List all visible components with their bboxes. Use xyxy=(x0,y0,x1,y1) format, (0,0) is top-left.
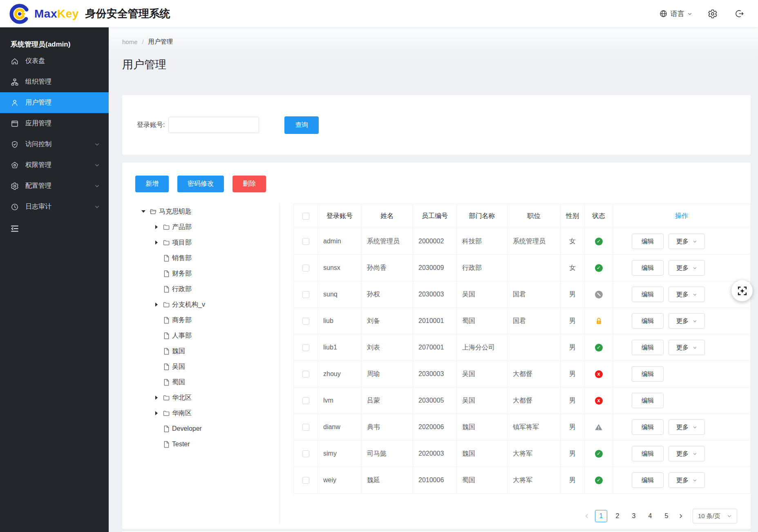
table-row: lvm 吕蒙 2030005 吴国 大都督 男 x 编辑 xyxy=(294,387,751,414)
edit-button[interactable]: 编辑 xyxy=(632,366,664,382)
sidebar-item-audit[interactable]: 日志审计 xyxy=(0,196,109,217)
change-password-button[interactable]: 密码修改 xyxy=(177,176,224,192)
breadcrumb-home[interactable]: home xyxy=(122,38,138,45)
cell-department: 吴国 xyxy=(457,281,508,308)
edit-button[interactable]: 编辑 xyxy=(632,393,664,408)
status-active-icon: ✓ xyxy=(595,450,603,458)
tree-node[interactable]: Tester xyxy=(122,436,279,452)
tree-node[interactable]: 魏国 xyxy=(122,343,279,359)
edit-button[interactable]: 编辑 xyxy=(632,287,664,302)
cell-department: 行政部 xyxy=(457,255,508,281)
file-icon xyxy=(163,254,170,262)
cell-account: simy xyxy=(318,441,362,467)
login-account-input[interactable] xyxy=(168,117,259,133)
tree-node[interactable]: 行政部 xyxy=(122,281,279,297)
edit-button[interactable]: 编辑 xyxy=(632,313,664,329)
sidebar-item-config[interactable]: 配置管理 xyxy=(0,176,109,196)
app-header: MaxKey 身份安全管理系统 语言 xyxy=(0,0,758,27)
column-header-3: 员工编号 xyxy=(413,204,457,228)
cell-position: 系统管理员 xyxy=(508,228,561,255)
tree-node-label: 销售部 xyxy=(172,254,192,263)
sidebar-item-permissions[interactable]: 权限管理 xyxy=(0,155,109,176)
row-checkbox[interactable] xyxy=(302,238,309,245)
more-button[interactable]: 更多 xyxy=(669,419,705,435)
prev-page-button[interactable] xyxy=(581,513,593,519)
more-button[interactable]: 更多 xyxy=(669,340,705,355)
page-button-4[interactable]: 4 xyxy=(644,510,656,522)
query-button[interactable]: 查询 xyxy=(284,116,319,134)
tree-node[interactable]: 销售部 xyxy=(122,250,279,266)
tree-node[interactable]: Developer xyxy=(122,421,279,436)
page-button-2[interactable]: 2 xyxy=(611,510,624,522)
tree-node[interactable]: 蜀国 xyxy=(122,374,279,390)
chevron-down-icon xyxy=(693,239,697,244)
row-checkbox[interactable] xyxy=(302,344,309,351)
home-icon xyxy=(11,57,19,65)
edit-button[interactable]: 编辑 xyxy=(632,419,664,435)
chevron-down-icon xyxy=(693,319,697,323)
tree-node[interactable]: 华南区 xyxy=(122,405,279,421)
cell-name: 孙尚香 xyxy=(362,255,413,281)
page-button-5[interactable]: 5 xyxy=(660,510,673,522)
next-page-button[interactable] xyxy=(675,513,687,519)
tree-node-label: Developer xyxy=(172,425,202,432)
column-header-1: 登录账号 xyxy=(318,204,362,228)
edit-button[interactable]: 编辑 xyxy=(632,472,664,488)
row-checkbox[interactable] xyxy=(302,371,309,378)
settings-button[interactable] xyxy=(706,7,719,20)
status-warning-icon xyxy=(595,423,603,431)
tree-node[interactable]: 华北区 xyxy=(122,390,279,405)
more-button[interactable]: 更多 xyxy=(669,446,705,461)
delete-button[interactable]: 删除 xyxy=(233,176,266,192)
cell-department: 吴国 xyxy=(457,387,508,414)
edit-button[interactable]: 编辑 xyxy=(632,260,664,276)
language-menu[interactable]: 语言 xyxy=(659,9,692,18)
more-button[interactable]: 更多 xyxy=(669,287,705,302)
row-checkbox[interactable] xyxy=(302,265,309,272)
cell-department: 蜀国 xyxy=(457,467,508,494)
edit-button[interactable]: 编辑 xyxy=(632,446,664,461)
cell-position: 大将军 xyxy=(508,441,561,467)
floating-tool-button[interactable] xyxy=(731,280,753,301)
cell-department: 科技部 xyxy=(457,228,508,255)
select-all-checkbox[interactable] xyxy=(302,213,309,220)
row-checkbox[interactable] xyxy=(302,291,309,298)
sidebar-item-access-control[interactable]: 访问控制 xyxy=(0,134,109,155)
more-button[interactable]: 更多 xyxy=(669,260,705,276)
cell-department: 上海分公司 xyxy=(457,334,508,361)
row-checkbox[interactable] xyxy=(302,477,309,484)
tree-node[interactable]: 吴国 xyxy=(122,359,279,374)
tree-node[interactable]: 产品部 xyxy=(122,219,279,235)
collapse-sidebar-button[interactable] xyxy=(10,224,20,234)
page-button-1[interactable]: 1 xyxy=(595,510,607,522)
status-active-icon: ✓ xyxy=(595,344,603,352)
row-checkbox[interactable] xyxy=(302,450,309,457)
tree-node[interactable]: 商务部 xyxy=(122,312,279,328)
tree-node-label: 财务部 xyxy=(172,269,192,278)
app-logo[interactable]: MaxKey 身份安全管理系统 xyxy=(9,3,170,24)
tree-node[interactable]: 财务部 xyxy=(122,266,279,281)
page-button-3[interactable]: 3 xyxy=(628,510,640,522)
sidebar-item-users[interactable]: 用户管理 xyxy=(0,92,109,113)
sidebar-item-dashboard[interactable]: 仪表盘 xyxy=(0,51,109,71)
user-table: 登录账号姓名员工编号部门名称职位性别状态操作 admin 系统管理员 20000… xyxy=(293,204,751,494)
sidebar-item-organizations[interactable]: 组织管理 xyxy=(0,71,109,92)
more-button[interactable]: 更多 xyxy=(669,313,705,329)
edit-button[interactable]: 编辑 xyxy=(632,340,664,355)
more-button[interactable]: 更多 xyxy=(669,234,705,249)
row-checkbox[interactable] xyxy=(302,397,309,404)
tree-node[interactable]: 马克思钥匙 xyxy=(122,204,279,219)
add-button[interactable]: 新增 xyxy=(135,176,169,192)
tree-node[interactable]: 项目部 xyxy=(122,235,279,250)
logout-button[interactable] xyxy=(733,7,746,20)
tree-node[interactable]: 分支机构_v xyxy=(122,297,279,312)
column-header-8[interactable]: 操作 xyxy=(613,204,751,228)
tree-node[interactable]: 人事部 xyxy=(122,328,279,343)
row-checkbox[interactable] xyxy=(302,318,309,325)
sidebar-item-apps[interactable]: 应用管理 xyxy=(0,113,109,134)
edit-button[interactable]: 编辑 xyxy=(632,234,664,249)
row-checkbox[interactable] xyxy=(302,424,309,431)
page-size-select[interactable]: 10 条/页 xyxy=(693,509,737,523)
more-button[interactable]: 更多 xyxy=(669,472,705,488)
toolbar: 新增 密码修改 删除 xyxy=(122,176,751,192)
